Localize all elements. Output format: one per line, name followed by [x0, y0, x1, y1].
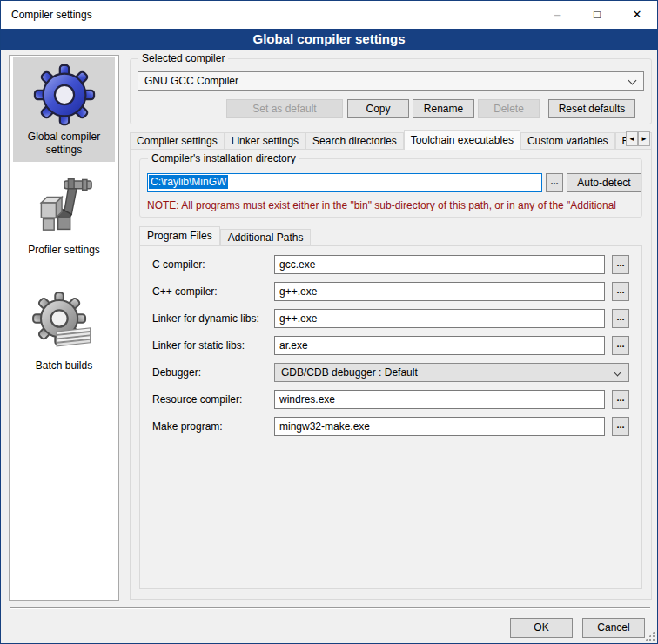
minimize-icon[interactable]: –	[537, 1, 577, 28]
tab-toolchain-executables[interactable]: Toolchain executables	[404, 130, 520, 150]
chevron-down-icon	[614, 368, 622, 377]
make-program-label: Make program:	[152, 420, 223, 433]
resource-compiler-label: Resource compiler:	[152, 393, 242, 406]
program-files-tab-strip: Program Files Additional Paths	[139, 226, 311, 245]
sidebar-item-batch-builds[interactable]: Batch builds	[13, 286, 115, 378]
c-compiler-input[interactable]	[274, 255, 605, 274]
chevron-down-icon	[628, 77, 637, 85]
settings-category-sidebar: Global compiler settings Profiler settin…	[9, 55, 119, 601]
dynamic-linker-input[interactable]	[274, 309, 605, 328]
title-bar[interactable]: Compiler settings – □ ✕	[1, 1, 657, 29]
delete-button[interactable]: Delete	[478, 99, 540, 118]
debugger-select-value: GDB/CDB debugger : Default	[281, 366, 418, 379]
make-program-row: Make program: ...	[152, 417, 629, 436]
install-dir-browse-button[interactable]: ...	[546, 173, 563, 192]
settings-tab-strip: Compiler settings Linker settings Search…	[130, 130, 652, 150]
c-compiler-browse-button[interactable]: ...	[612, 255, 629, 274]
selected-compiler-group: Selected compiler GNU GCC Compiler Set a…	[130, 58, 652, 124]
window-controls: – □ ✕	[537, 1, 657, 29]
install-dir-group-label: Compiler's installation directory	[148, 152, 299, 164]
maximize-icon[interactable]: □	[577, 1, 617, 28]
cpp-compiler-row: C++ compiler: ...	[152, 282, 629, 301]
c-compiler-row: C compiler: ...	[152, 255, 629, 274]
static-linker-input[interactable]	[274, 336, 605, 355]
program-files-page: C compiler: ... C++ compiler: ... Linker…	[139, 245, 642, 589]
install-dir-group: Compiler's installation directory C:\ray…	[139, 158, 642, 218]
debugger-label: Debugger:	[152, 366, 201, 379]
tab-scroll-right-icon[interactable]: ►	[638, 131, 650, 146]
toolchain-executables-page: Compiler's installation directory C:\ray…	[130, 149, 652, 600]
compiler-select-value: GNU GCC Compiler	[144, 75, 238, 87]
rename-button[interactable]: Rename	[413, 99, 474, 118]
cpp-compiler-label: C++ compiler:	[152, 285, 218, 298]
install-dir-note: NOTE: All programs must exist either in …	[147, 199, 638, 211]
tab-compiler-settings[interactable]: Compiler settings	[130, 132, 225, 150]
sidebar-item-label: Batch builds	[15, 359, 113, 372]
window-title: Compiler settings	[11, 1, 92, 29]
page-title: Global compiler settings	[1, 29, 657, 50]
debugger-row: Debugger: GDB/CDB debugger : Default	[152, 363, 629, 382]
caliper-icon	[15, 175, 113, 241]
static-linker-row: Linker for static libs: ...	[152, 336, 629, 355]
compiler-settings-dialog: { "window": { "title": "Compiler setting…	[0, 0, 658, 644]
install-dir-selected-text: C:\raylib\MinGW	[149, 175, 228, 189]
static-linker-browse-button[interactable]: ...	[612, 336, 629, 355]
cpp-compiler-browse-button[interactable]: ...	[612, 282, 629, 301]
c-compiler-label: C compiler:	[152, 258, 205, 271]
resource-compiler-input[interactable]	[274, 390, 605, 409]
cpp-compiler-input[interactable]	[274, 282, 605, 301]
footer-divider	[10, 607, 650, 609]
blue-gear-icon	[15, 62, 113, 128]
ok-button[interactable]: OK	[510, 618, 573, 638]
tab-additional-paths[interactable]: Additional Paths	[220, 229, 312, 245]
tab-linker-settings[interactable]: Linker settings	[225, 132, 306, 150]
sidebar-item-profiler-settings[interactable]: Profiler settings	[13, 171, 115, 262]
make-program-browse-button[interactable]: ...	[612, 417, 629, 436]
dynamic-linker-browse-button[interactable]: ...	[612, 309, 629, 328]
install-dir-input[interactable]: C:\raylib\MinGW	[147, 173, 542, 192]
make-program-input[interactable]	[274, 417, 605, 436]
copy-button[interactable]: Copy	[347, 99, 409, 118]
compiler-select[interactable]: GNU GCC Compiler	[138, 71, 644, 91]
tab-program-files[interactable]: Program Files	[139, 226, 220, 245]
auto-detect-button[interactable]: Auto-detect	[567, 173, 641, 192]
sidebar-item-global-compiler-settings[interactable]: Global compiler settings	[13, 57, 115, 162]
gear-stack-icon	[15, 291, 113, 357]
set-as-default-button[interactable]: Set as default	[226, 99, 343, 118]
tab-search-directories[interactable]: Search directories	[306, 132, 404, 150]
static-linker-label: Linker for static libs:	[152, 339, 245, 352]
resize-grip-icon[interactable]	[644, 630, 655, 641]
close-icon[interactable]: ✕	[617, 1, 657, 28]
tab-custom-variables[interactable]: Custom variables	[520, 132, 615, 150]
selected-compiler-group-label: Selected compiler	[138, 52, 228, 64]
debugger-select[interactable]: GDB/CDB debugger : Default	[274, 363, 629, 382]
cancel-button[interactable]: Cancel	[582, 618, 645, 638]
sidebar-item-label: Global compiler settings	[15, 131, 113, 157]
dynamic-linker-row: Linker for dynamic libs: ...	[152, 309, 629, 328]
reset-defaults-button[interactable]: Reset defaults	[548, 99, 635, 118]
sidebar-item-label: Profiler settings	[15, 244, 113, 257]
resource-compiler-browse-button[interactable]: ...	[612, 390, 629, 409]
tab-scroll-arrows: ◄ ►	[626, 131, 656, 146]
tab-scroll-left-icon[interactable]: ◄	[626, 131, 638, 146]
resource-compiler-row: Resource compiler: ...	[152, 390, 629, 409]
dynamic-linker-label: Linker for dynamic libs:	[152, 312, 259, 325]
